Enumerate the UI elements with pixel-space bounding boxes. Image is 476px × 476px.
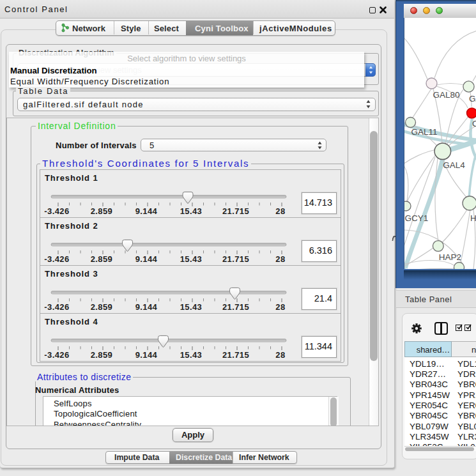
svg-text:28: 28: [275, 350, 285, 360]
svg-text:GA: GA: [469, 94, 476, 104]
svg-text:21.715: 21.715: [222, 206, 249, 216]
svg-text:15.43: 15.43: [180, 206, 203, 216]
svg-text:2.859: 2.859: [91, 206, 113, 216]
svg-text:9.144: 9.144: [135, 206, 158, 216]
svg-text:2.859: 2.859: [91, 302, 113, 312]
svg-text:9.144: 9.144: [135, 254, 158, 264]
svg-text:H: H: [470, 213, 476, 223]
svg-text:HAP2: HAP2: [439, 252, 461, 262]
svg-text:GAL80: GAL80: [433, 90, 460, 100]
svg-text:GAL11: GAL11: [411, 127, 438, 136]
svg-text:C: C: [472, 119, 476, 128]
svg-text:21.715: 21.715: [222, 302, 249, 312]
svg-text:-3.426: -3.426: [44, 206, 69, 216]
svg-text:2.859: 2.859: [91, 254, 113, 264]
svg-text:21.715: 21.715: [222, 254, 249, 264]
svg-text:28: 28: [275, 254, 285, 264]
svg-text:28: 28: [275, 206, 285, 216]
svg-text:28: 28: [275, 302, 285, 312]
svg-text:9.144: 9.144: [135, 350, 158, 360]
svg-text:15.43: 15.43: [180, 302, 203, 312]
svg-text:-3.426: -3.426: [44, 302, 69, 312]
svg-text:GCY1: GCY1: [405, 213, 429, 222]
svg-text:GAL4: GAL4: [443, 160, 465, 170]
svg-text:2.859: 2.859: [91, 350, 113, 360]
svg-text:-3.426: -3.426: [44, 350, 69, 360]
svg-text:21.715: 21.715: [222, 350, 249, 360]
svg-text:-3.426: -3.426: [44, 254, 69, 264]
svg-text:15.43: 15.43: [180, 254, 203, 264]
svg-text:9.144: 9.144: [135, 302, 158, 312]
svg-text:15.43: 15.43: [180, 350, 203, 360]
